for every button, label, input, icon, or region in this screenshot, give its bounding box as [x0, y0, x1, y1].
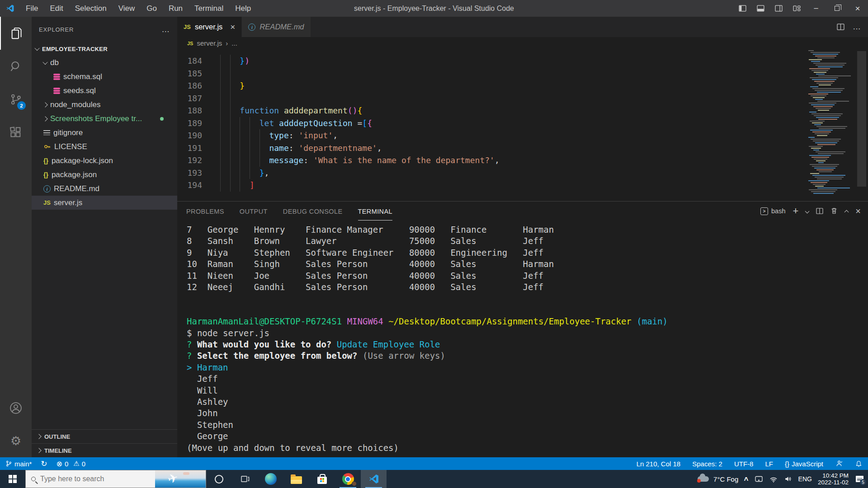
split-terminal-icon[interactable]	[816, 208, 823, 214]
code-line[interactable]: 193 },	[177, 167, 868, 179]
feedback-icon[interactable]	[835, 460, 843, 468]
wifi-icon[interactable]	[769, 475, 778, 483]
shell-selector[interactable]: > bash	[760, 207, 785, 215]
terminal-dropdown-icon[interactable]	[805, 209, 810, 213]
breadcrumb[interactable]: JS server.js › ...	[177, 37, 868, 49]
file-item-node-modules[interactable]: node_modules	[32, 98, 177, 112]
start-button[interactable]	[0, 470, 25, 488]
tab-readme-md[interactable]: i README.md	[242, 17, 311, 37]
code-line[interactable]: 185	[177, 67, 868, 80]
explorer-actions-icon[interactable]: …	[161, 25, 170, 34]
maximize-panel-icon[interactable]	[844, 210, 849, 215]
code-editor[interactable]: 184 })185 186 }187 188 function adddepar…	[177, 49, 868, 201]
code-line[interactable]: 192 message: 'What is the name of the de…	[177, 154, 868, 167]
search-highlight-art[interactable]: ✈	[155, 470, 206, 488]
panel-tab-debug-console[interactable]: DEBUG CONSOLE	[283, 202, 343, 221]
cortana-button[interactable]	[206, 470, 232, 488]
edge-button[interactable]	[258, 470, 283, 488]
customize-layout-icon[interactable]	[788, 0, 806, 17]
menu-selection[interactable]: Selection	[69, 0, 113, 17]
eol-status[interactable]: LF	[765, 460, 773, 468]
search-input[interactable]	[40, 475, 140, 483]
speaker-icon[interactable]	[784, 475, 793, 483]
minimap[interactable]	[808, 50, 852, 195]
cursor-position[interactable]: Ln 210, Col 18	[637, 460, 681, 468]
language-indicator[interactable]: ENG	[798, 475, 812, 483]
microsoft-store-button[interactable]	[309, 470, 335, 488]
panel-tab-output[interactable]: OUTPUT	[240, 202, 268, 221]
explorer-icon[interactable]	[0, 17, 32, 50]
tablet-mode-icon[interactable]	[755, 475, 763, 483]
close-panel-icon[interactable]: ×	[855, 206, 861, 216]
source-control-icon[interactable]: 2	[0, 83, 32, 116]
action-center-button[interactable]: 5	[854, 474, 864, 484]
vscode-taskbar-button[interactable]	[361, 470, 387, 488]
taskbar-search[interactable]: ✈	[25, 470, 206, 488]
menu-edit[interactable]: Edit	[44, 0, 69, 17]
breadcrumb-file[interactable]: server.js	[197, 39, 222, 47]
close-tab-icon[interactable]: ×	[230, 22, 235, 32]
chrome-button[interactable]	[335, 470, 361, 488]
code-line[interactable]: 194 ]	[177, 179, 868, 192]
code-line[interactable]: 191 name: 'departmentname',	[177, 142, 868, 155]
indentation-status[interactable]: Spaces: 2	[692, 460, 722, 468]
file-item-package-lock-json[interactable]: {}package-lock.json	[32, 154, 177, 168]
file-item-gitignore[interactable]: gitignore	[32, 126, 177, 140]
task-view-button[interactable]	[232, 470, 258, 488]
panel-tab-problems[interactable]: PROBLEMS	[186, 202, 224, 221]
timeline-section[interactable]: TIMELINE	[32, 443, 177, 457]
weather-widget[interactable]: 7°C Fog	[698, 475, 738, 483]
more-actions-icon[interactable]: …	[853, 22, 861, 32]
split-editor-icon[interactable]	[837, 23, 844, 30]
restore-button[interactable]	[826, 0, 847, 17]
code-line[interactable]: 184 })	[177, 55, 868, 67]
menu-go[interactable]: Go	[141, 0, 163, 17]
menu-help[interactable]: Help	[229, 0, 257, 17]
panel-tab-terminal[interactable]: TERMINAL	[358, 202, 393, 221]
hidden-icons-chevron[interactable]: >	[742, 477, 750, 481]
search-icon[interactable]	[0, 50, 32, 83]
toggle-secondary-sidebar-icon[interactable]	[769, 0, 788, 17]
terminal-output[interactable]: 7 George Hennry Finance Manager 90000 Fi…	[177, 221, 868, 457]
new-terminal-icon[interactable]: +	[793, 205, 798, 217]
breadcrumb-more[interactable]: ...	[231, 39, 237, 47]
toggle-panel-icon[interactable]	[751, 0, 769, 17]
git-branch-status[interactable]: main*	[5, 460, 32, 468]
file-item-db[interactable]: db	[32, 56, 177, 70]
menu-run[interactable]: Run	[163, 0, 189, 17]
kill-terminal-trash-icon[interactable]	[830, 207, 838, 215]
workspace-root-folder[interactable]: EMPLOYEE-TRACKER	[32, 42, 177, 56]
outline-section[interactable]: OUTLINE	[32, 429, 177, 443]
file-item-schema-sql[interactable]: schema.sql	[32, 70, 177, 84]
code-line[interactable]: 189 let adddeptQuestion =[{	[177, 117, 868, 130]
file-item-license[interactable]: LICENSE	[32, 140, 177, 154]
tab-server-js[interactable]: JS server.js ×	[177, 17, 242, 37]
close-button[interactable]: ×	[847, 0, 868, 17]
panel-header: PROBLEMSOUTPUTDEBUG CONSOLETERMINAL > ba…	[177, 202, 868, 221]
encoding-status[interactable]: UTF-8	[734, 460, 754, 468]
menu-view[interactable]: View	[113, 0, 141, 17]
file-item-package-json[interactable]: {}package.json	[32, 168, 177, 182]
language-mode[interactable]: {} JavaScript	[785, 460, 823, 468]
code-line[interactable]: 187	[177, 92, 868, 105]
extensions-icon[interactable]	[0, 116, 32, 149]
sync-icon[interactable]: ↻	[41, 459, 47, 468]
code-line[interactable]: 188 function adddepartment(){	[177, 104, 868, 117]
menu-file[interactable]: File	[20, 0, 44, 17]
taskbar-clock[interactable]: 10:42 PM 2022-11-02	[818, 472, 849, 486]
file-item-screenshots-employee-tr[interactable]: Screenshots Employee tr...	[32, 112, 177, 126]
file-item-readme-md[interactable]: iREADME.md	[32, 182, 177, 196]
menu-terminal[interactable]: Terminal	[189, 0, 229, 17]
file-explorer-button[interactable]	[283, 470, 309, 488]
problems-status[interactable]: ⊗ 0 ⚠ 0	[57, 460, 86, 468]
notifications-bell-icon[interactable]	[855, 460, 863, 468]
editor-scrollbar[interactable]	[857, 51, 866, 187]
account-icon[interactable]	[0, 391, 32, 424]
toggle-sidebar-icon[interactable]	[733, 0, 751, 17]
code-line[interactable]: 190 type: 'input',	[177, 129, 868, 142]
settings-gear-icon[interactable]: ⚙	[0, 424, 32, 457]
file-item-seeds-sql[interactable]: seeds.sql	[32, 84, 177, 98]
file-item-server-js[interactable]: JSserver.js	[32, 196, 177, 210]
code-line[interactable]: 186 }	[177, 80, 868, 92]
minimize-button[interactable]: −	[806, 0, 826, 17]
